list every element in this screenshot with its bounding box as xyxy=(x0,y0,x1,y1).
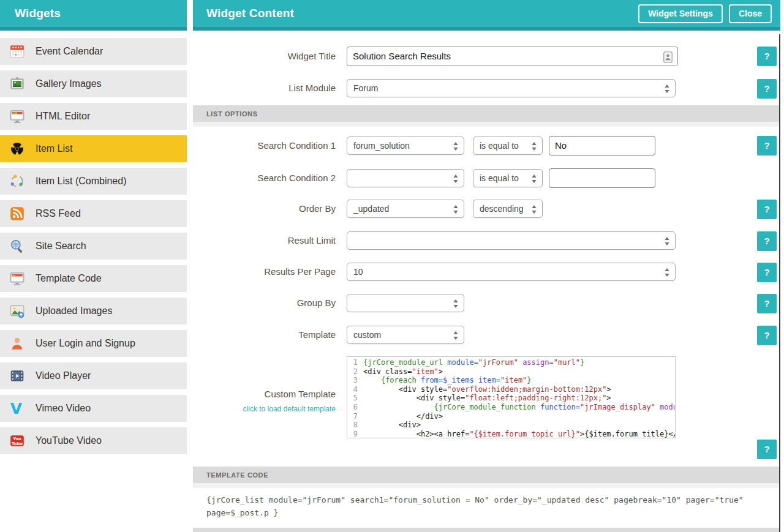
template-code-section-bar: TEMPLATE CODE xyxy=(193,466,780,483)
help-button-custom-template[interactable]: ? xyxy=(757,440,777,459)
results-per-page-value: 10 xyxy=(353,267,363,277)
widget-title-row: Widget Title Solution Search Results ? xyxy=(193,47,780,66)
help-button-template[interactable]: ? xyxy=(757,326,777,345)
sidebar-item-event-calendar[interactable]: Event Calendar xyxy=(0,38,187,65)
close-button[interactable]: Close xyxy=(729,4,772,23)
sidebar-item-html-editor[interactable]: HTML Editor xyxy=(0,103,187,130)
select-stepper-icon xyxy=(453,204,459,216)
template-select[interactable]: custom xyxy=(347,326,464,344)
search-condition-1-value: No xyxy=(555,140,567,151)
search-condition-1-field-select[interactable]: forum_solution xyxy=(347,137,464,155)
order-by-field-select[interactable]: _updated xyxy=(347,200,464,218)
template-code-header: TEMPLATE CODE xyxy=(193,471,268,479)
sidebar-item-rss-feed[interactable]: RSS Feed xyxy=(0,200,187,227)
results-per-page-row: Results Per Page 10 ? xyxy=(193,263,780,281)
select-stepper-icon xyxy=(531,204,537,216)
search-condition-1-operator-select[interactable]: is equal to xyxy=(473,137,543,155)
results-per-page-label: Results Per Page xyxy=(193,263,336,281)
sidebar-item-site-search[interactable]: Site Search xyxy=(0,233,187,260)
search-condition-2-operator-value: is equal to xyxy=(480,173,519,183)
order-by-direction-select[interactable]: descending xyxy=(473,200,543,218)
page-title: Widget Content xyxy=(193,7,638,20)
scrollbar[interactable] xyxy=(779,34,780,532)
video-player-icon xyxy=(9,367,26,384)
select-stepper-icon xyxy=(664,236,670,248)
upload-image-icon xyxy=(9,302,26,320)
svg-text:Tube: Tube xyxy=(12,441,23,446)
result-limit-select[interactable] xyxy=(347,231,676,250)
sidebar-item-item-list[interactable]: Item List xyxy=(0,135,187,162)
result-limit-label: Result Limit xyxy=(193,231,336,250)
svg-text:V: V xyxy=(10,400,23,416)
search-condition-1-operator-value: is equal to xyxy=(480,141,519,151)
help-button-widget-title[interactable]: ? xyxy=(757,47,777,66)
widgets-sidebar: Widgets Event Calendar Gallery Images HT… xyxy=(0,0,187,532)
sidebar-item-video-player[interactable]: Video Player xyxy=(0,362,187,389)
results-per-page-select[interactable]: 10 xyxy=(347,263,676,281)
sidebar-item-label: Site Search xyxy=(36,241,86,252)
template-row: Template custom ? xyxy=(193,326,780,344)
load-default-template-link[interactable]: click to load default template xyxy=(193,405,336,413)
search-condition-1-label: Search Condition 1 xyxy=(193,136,336,155)
autofill-contact-icon[interactable] xyxy=(663,51,673,69)
header-buttons: Widget Settings Close xyxy=(638,4,772,23)
widget-title-label: Widget Title xyxy=(193,47,336,66)
sidebar-item-label: Event Calendar xyxy=(36,46,103,57)
event-calendar-icon xyxy=(9,43,26,60)
list-options-header: LIST OPTIONS xyxy=(193,110,258,118)
select-stepper-icon xyxy=(453,141,459,153)
sidebar-item-template-code[interactable]: Template Code xyxy=(0,265,187,292)
search-condition-2-field-select[interactable] xyxy=(347,169,464,187)
order-by-field-value: _updated xyxy=(353,204,389,214)
help-button-results-per-page[interactable]: ? xyxy=(757,263,777,282)
youtube-icon: YouTube xyxy=(9,432,26,449)
sidebar-item-label: Item List xyxy=(36,143,72,154)
help-button-result-limit[interactable]: ? xyxy=(757,231,777,251)
search-condition-1-value-input[interactable]: No xyxy=(549,136,655,155)
search-condition-2-row: Search Condition 2 is equal to xyxy=(193,168,780,188)
list-module-select[interactable]: Forum xyxy=(347,79,676,97)
help-button-group-by[interactable]: ? xyxy=(757,294,777,313)
help-button-order-by[interactable]: ? xyxy=(757,200,777,219)
sidebar-item-uploaded-images[interactable]: Uploaded Images xyxy=(0,298,187,324)
rss-icon xyxy=(9,205,26,222)
result-limit-row: Result Limit ? xyxy=(193,231,780,250)
help-button-list-module[interactable]: ? xyxy=(757,79,777,99)
template-label: Template xyxy=(193,326,336,344)
group-by-select[interactable] xyxy=(347,294,464,312)
sidebar-item-label: Item List (Combined) xyxy=(36,176,127,187)
select-stepper-icon xyxy=(531,141,537,153)
custom-template-row: Custom Template click to load default te… xyxy=(193,356,780,438)
order-by-label: Order By xyxy=(193,200,336,218)
group-by-label: Group By xyxy=(193,294,336,312)
sidebar-item-youtube[interactable]: YouTube YouTube Video xyxy=(0,427,187,454)
radiation-icon xyxy=(9,140,26,157)
widget-settings-button[interactable]: Widget Settings xyxy=(638,4,723,23)
list-module-value: Forum xyxy=(353,83,378,93)
sidebar-item-label: HTML Editor xyxy=(36,111,90,122)
select-stepper-icon xyxy=(664,268,670,279)
widget-editor-app: Widgets Event Calendar Gallery Images HT… xyxy=(0,0,784,532)
sidebar-item-user-login[interactable]: User Login and Signup xyxy=(0,330,187,357)
list-options-section-bar: LIST OPTIONS xyxy=(193,105,780,122)
select-stepper-icon xyxy=(453,331,459,342)
select-stepper-icon xyxy=(664,84,670,96)
help-button-search-condition[interactable]: ? xyxy=(757,136,777,155)
custom-template-label: Custom Template xyxy=(265,389,336,399)
sidebar-item-label: YouTube Video xyxy=(36,435,102,446)
sidebar-item-label: Uploaded Images xyxy=(36,305,112,317)
widget-title-input[interactable]: Solution Search Results xyxy=(347,47,678,66)
sidebar-item-item-list-combined[interactable]: Item List (Combined) xyxy=(0,168,187,195)
sidebar-item-gallery-images[interactable]: Gallery Images xyxy=(0,70,187,97)
sidebar-item-vimeo[interactable]: V Vimeo Video xyxy=(0,395,187,422)
custom-template-editor[interactable]: 1{jrCore_module_url module="jrForum" ass… xyxy=(347,356,676,438)
search-condition-2-label: Search Condition 2 xyxy=(193,168,336,188)
group-by-row: Group By ? xyxy=(193,294,780,312)
search-condition-2-operator-select[interactable]: is equal to xyxy=(473,169,543,187)
search-condition-2-value-input[interactable] xyxy=(549,168,655,188)
template-code-output: {jrCore_list module="jrForum" search1="f… xyxy=(206,493,773,519)
main-header: Widget Content Widget Settings Close xyxy=(193,0,780,31)
sidebar-item-label: Gallery Images xyxy=(36,78,102,89)
select-stepper-icon xyxy=(453,299,459,310)
bottom-section-bar xyxy=(193,528,780,532)
